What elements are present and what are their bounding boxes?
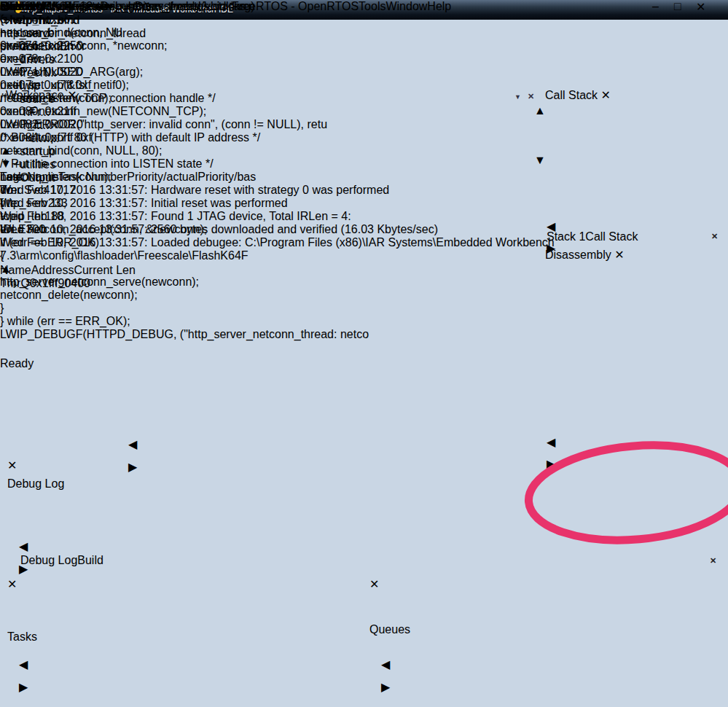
goto-label: Go to xyxy=(0,0,28,12)
menu-item-window[interactable]: Window xyxy=(385,0,427,12)
call-stack-panel-header[interactable]: Call Stack ✕ xyxy=(545,88,722,102)
log-line: Wed Feb 10, 2016 13:31:57: Initial reset… xyxy=(0,197,728,210)
maximize-button[interactable]: □ xyxy=(674,0,695,13)
call-stack-frame-netconn_bind[interactable]: ↴netconn_bind xyxy=(0,13,146,27)
scroll-up-icon[interactable]: ▲ xyxy=(534,104,544,117)
minimize-button[interactable]: – xyxy=(652,0,673,13)
close-button[interactable]: ✕ xyxy=(696,0,725,14)
code-line-25[interactable]: } while (err == ERR_OK); xyxy=(0,315,369,328)
code-line-4[interactable]: err_t err; xyxy=(0,52,369,66)
log-line: Wed Feb 10, 2016 13:31:57: Hardware rese… xyxy=(0,184,728,197)
code-line-26[interactable]: LWIP_DEBUGF(HTTPD_DEBUG, ("http_server_n… xyxy=(0,328,369,341)
editor-tablist-icon[interactable]: ▼ xyxy=(514,93,521,101)
log-view[interactable]: Log Wed Feb 10, 2016 13:31:57: Hardware … xyxy=(0,171,728,294)
editor-vscroll-thumb[interactable] xyxy=(534,117,541,154)
chevron-down-icon[interactable]: ▼ xyxy=(32,0,44,12)
code-line-12[interactable]: netconn_bind(conn, NULL, 80); xyxy=(0,144,369,157)
memory-button[interactable]: Memory xyxy=(47,0,89,12)
log-line: Wed Feb 10, 2016 13:31:57: Loaded debuge… xyxy=(0,236,728,262)
call-stack-close-icon[interactable]: ✕ xyxy=(600,89,610,101)
goto-input[interactable]: ▼ xyxy=(32,0,44,12)
menu-item-help[interactable]: Help xyxy=(427,0,451,12)
return-arrow-icon: ↴ xyxy=(0,14,9,26)
log-line: Wed Feb 10, 2016 13:31:57: Found 1 JTAG … xyxy=(0,210,728,223)
scroll-down-icon[interactable]: ▼ xyxy=(534,154,544,167)
log-vscroll-thumb[interactable] xyxy=(0,276,7,294)
code-line-24[interactable]: } xyxy=(0,302,369,315)
editor-close-icon[interactable]: ✕ xyxy=(528,92,534,101)
log-line: Wed Feb 10, 2016 13:31:57: 2560 bytes do… xyxy=(0,223,728,236)
code-line-11[interactable]: /* Bind to port 80 (HTTP) with default I… xyxy=(0,131,369,144)
code-line-6[interactable]: netif_set_up(&fsl_netif0); xyxy=(0,79,369,92)
code-line-5[interactable]: LWIP_UNUSED_ARG(arg); xyxy=(0,66,369,79)
call-stack-frame-http_server_netconn_thread[interactable]: http_server_netconn_thread xyxy=(0,27,146,40)
annotation-ellipse xyxy=(0,357,728,707)
code-line-14[interactable]: /* Put the connection into LISTEN state … xyxy=(0,157,369,171)
code-line-7[interactable]: /* Create a new TCP connection handle */ xyxy=(0,92,369,105)
code-line-9[interactable]: LWIP_ERROR("http_server: invalid conn", … xyxy=(0,118,369,131)
log-column-header: Log xyxy=(0,171,728,184)
call-stack-frame-prvTaskExitError[interactable]: prvTaskExitError xyxy=(0,40,146,53)
code-line-8[interactable]: conn = netconn_new(NETCONN_TCP); xyxy=(0,105,369,118)
scroll-up-icon[interactable]: ▲ xyxy=(0,262,728,276)
disassembly-toolbar: Go to ▼ Memory xyxy=(0,0,89,13)
call-stack-title: Call Stack xyxy=(545,89,598,101)
